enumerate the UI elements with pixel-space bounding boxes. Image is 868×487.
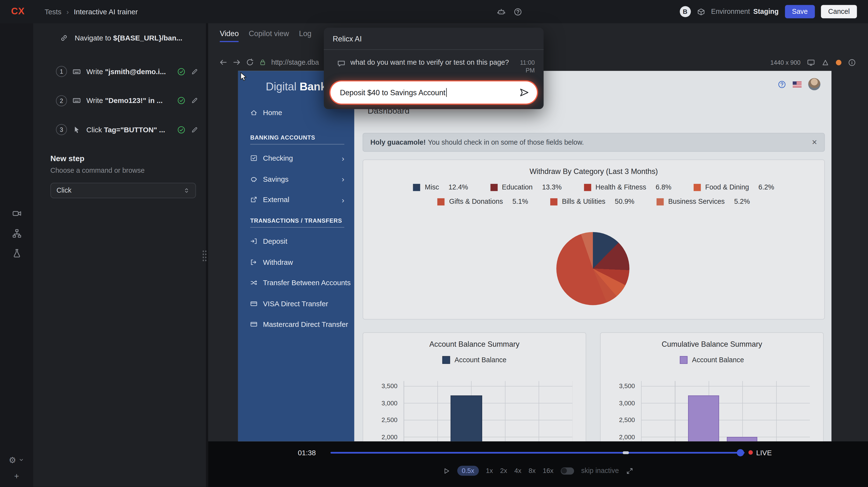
bar-chart-legend[interactable]: Account Balance — [600, 356, 823, 364]
ai-prompt-input[interactable]: Deposit $40 to Savings Account — [331, 82, 537, 103]
url-field[interactable]: http://stage.dba — [271, 58, 319, 66]
legend-swatch — [442, 356, 450, 364]
bank-nav-item-label: Withdraw — [263, 258, 293, 266]
legend-item[interactable]: Misc12.4% — [413, 183, 468, 191]
y-axis-tick: 2,500 — [368, 416, 397, 424]
pie-chart[interactable] — [556, 232, 629, 305]
legend-value: 5.2% — [734, 198, 750, 206]
bank-nav-item[interactable]: VISA Direct Transfer — [238, 295, 354, 312]
pie-legend-row-1: Misc12.4%Education13.3%Health & Fitness6… — [363, 183, 824, 191]
play-icon[interactable] — [443, 467, 450, 475]
legend-item[interactable]: Food & Dining6.2% — [693, 183, 774, 191]
settings-icon[interactable]: ⚙ — [9, 456, 16, 464]
speed-1x[interactable]: 1x — [486, 467, 493, 475]
bank-user-avatar[interactable] — [808, 78, 820, 90]
breadcrumb-current: Interactive AI trainer — [74, 7, 138, 16]
ai-message-text: what do you want me to verify or test on… — [350, 59, 509, 74]
alert-close-icon[interactable]: × — [812, 138, 817, 147]
new-step-title: New step — [51, 154, 85, 163]
tab-copilot-view[interactable]: Copilot view — [249, 29, 289, 42]
save-button[interactable]: Save — [785, 5, 815, 19]
speed-16x[interactable]: 16x — [543, 467, 553, 475]
y-axis: 3,5003,0002,5002,000 — [605, 382, 635, 442]
cancel-button[interactable]: Cancel — [821, 5, 857, 19]
forward-icon[interactable] — [232, 58, 241, 66]
flow-icon[interactable] — [12, 229, 21, 238]
bar-chart-title: Account Balance Summary — [363, 340, 586, 348]
expand-icon[interactable] — [626, 467, 633, 475]
legend-value: 12.4% — [448, 183, 468, 191]
speed-8x[interactable]: 8x — [528, 467, 535, 475]
send-icon[interactable] — [519, 88, 529, 97]
y-axis-tick: 2,000 — [368, 433, 397, 440]
pointer-triangle-icon[interactable] — [822, 58, 829, 66]
bar[interactable] — [727, 437, 757, 442]
command-select[interactable]: Click — [51, 183, 196, 198]
legend-item[interactable]: Education13.3% — [490, 183, 562, 191]
withdraw-category-card: Withdraw By Category (Last 3 Months) Mis… — [363, 159, 825, 319]
language-flag-us[interactable] — [793, 81, 802, 87]
bank-content: Dashboard Holy guacamole! You should che… — [354, 71, 831, 442]
panel-resize-grip[interactable] — [202, 250, 207, 262]
environment-value[interactable]: Staging — [753, 8, 779, 16]
cursor-icon — [72, 125, 81, 134]
step-row[interactable]: 1Write "jsmith@demo.i... — [56, 62, 198, 82]
check-circle-icon — [177, 125, 185, 134]
speed-0.5x[interactable]: 0.5x — [457, 466, 478, 476]
back-icon[interactable] — [219, 58, 227, 66]
bank-nav-item[interactable]: Mastercard Direct Transfer — [238, 316, 354, 333]
user-avatar[interactable]: B — [680, 6, 691, 17]
progress-track[interactable] — [331, 452, 745, 454]
record-dot[interactable] — [836, 60, 841, 65]
bank-nav-item-label: Checking — [263, 154, 293, 162]
bank-help-icon[interactable] — [778, 80, 786, 88]
bank-nav-item[interactable]: Deposit — [238, 233, 354, 249]
bar-chart-legend[interactable]: Account Balance — [363, 356, 586, 364]
legend-item[interactable]: Gifts & Donations5.1% — [437, 198, 528, 206]
live-label: LIVE — [756, 449, 772, 457]
navigate-step[interactable]: Navigate to ${BASE_URL}/ban... — [60, 28, 198, 48]
bar[interactable] — [688, 395, 719, 442]
pencil-icon[interactable] — [191, 126, 198, 133]
step-row[interactable]: 3Click Tag="BUTTON" ... — [56, 120, 198, 140]
step-row[interactable]: 2Write "Demo123!" in ... — [56, 91, 198, 111]
bank-nav-item[interactable]: Savings› — [238, 171, 354, 187]
legend-swatch — [413, 184, 421, 191]
bank-nav-section-title: BANKING ACCOUNTS — [250, 134, 344, 144]
legend-item[interactable]: Bills & Utilities50.9% — [550, 198, 634, 206]
bank-nav-item-label: VISA Direct Transfer — [263, 299, 328, 307]
app-logo[interactable]: CX — [11, 6, 25, 17]
legend-item[interactable]: Health & Fitness6.8% — [584, 183, 672, 191]
alert-bold: Holy guacamole! — [370, 138, 426, 146]
bank-nav-item[interactable]: External› — [238, 191, 354, 208]
tab-log[interactable]: Log — [299, 29, 311, 42]
bank-nav-item[interactable]: Transfer Between Accounts — [238, 275, 354, 291]
account-balance-card: Account Balance Summary Account Balance … — [363, 332, 586, 441]
reload-icon[interactable] — [246, 58, 254, 66]
breadcrumb-tests[interactable]: Tests — [44, 7, 61, 16]
bank-nav-item-label: Deposit — [263, 237, 287, 245]
mouse-cursor — [240, 72, 248, 82]
monitor-icon[interactable] — [807, 58, 815, 66]
bank-nav-item[interactable]: Checking› — [238, 150, 354, 166]
flask-icon[interactable] — [12, 249, 21, 258]
assistant-icon[interactable] — [497, 7, 505, 16]
video-camera-icon[interactable] — [12, 209, 21, 218]
bar[interactable] — [451, 395, 482, 442]
bank-nav-item[interactable]: Withdraw — [238, 254, 354, 270]
info-icon[interactable] — [848, 58, 856, 66]
pencil-icon[interactable] — [191, 68, 198, 75]
legend-item[interactable]: Business Services5.2% — [657, 198, 750, 206]
tab-video[interactable]: Video — [220, 29, 239, 42]
checking-icon — [250, 155, 257, 162]
select-arrows-icon — [183, 187, 190, 194]
playhead[interactable] — [737, 449, 744, 456]
pencil-icon[interactable] — [191, 97, 198, 104]
speed-2x[interactable]: 2x — [500, 467, 507, 475]
help-icon[interactable] — [514, 7, 522, 16]
y-axis-tick: 3,000 — [605, 399, 635, 407]
skip-inactive-toggle[interactable] — [561, 467, 574, 475]
settings-control[interactable]: ⚙ — [9, 456, 25, 464]
speed-4x[interactable]: 4x — [515, 467, 521, 475]
add-icon[interactable]: + — [14, 472, 19, 480]
